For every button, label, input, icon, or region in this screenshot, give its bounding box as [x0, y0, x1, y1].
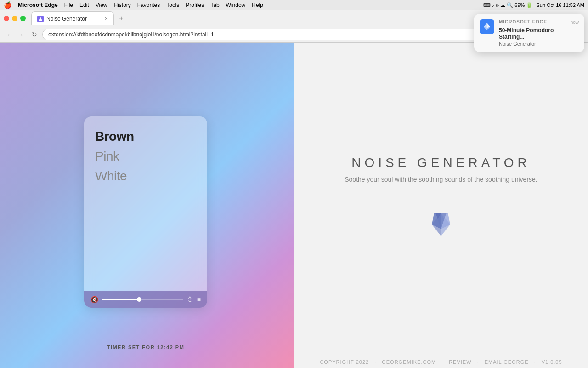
- menu-history[interactable]: History: [114, 2, 131, 8]
- footer: COPYRIGHT 2022 · GEORGEMIKE.COM · REVIEW…: [320, 359, 562, 365]
- footer-website[interactable]: GEORGEMIKE.COM: [382, 359, 436, 365]
- refresh-button[interactable]: ↻: [29, 29, 40, 40]
- footer-copyright: COPYRIGHT 2022: [320, 359, 369, 365]
- noise-card: Brown Pink White FOCUS 🔇 ⏱ ≡: [84, 116, 207, 308]
- diamond-logo: [423, 206, 459, 243]
- url-text: extension://kfdfbneofdcdnmapekblibnojgie…: [48, 31, 214, 38]
- svg-marker-0: [39, 17, 42, 21]
- svg-marker-10: [487, 23, 490, 28]
- app-title: NOISE GENERATOR: [351, 155, 531, 170]
- left-panel: Brown Pink White FOCUS 🔇 ⏱ ≡ TIMER: [0, 43, 294, 368]
- menu-tools[interactable]: Tools: [166, 2, 179, 8]
- notification-header: MICROSOFT EDGE now: [499, 19, 579, 25]
- menubar-left: 🍎 Microsoft Edge File Edit View History …: [4, 1, 263, 9]
- timer-text: TIMER SET FOR 12:42 PM: [107, 341, 185, 352]
- volume-slider[interactable]: [102, 299, 183, 300]
- notification-icon: [480, 19, 494, 34]
- notification-body: Noise Generator: [499, 41, 579, 46]
- menu-help[interactable]: Help: [252, 2, 263, 8]
- svg-marker-11: [484, 23, 487, 28]
- close-button[interactable]: [4, 16, 9, 21]
- footer-version: V1.0.05: [542, 359, 562, 365]
- notification-content: MICROSOFT EDGE now 50-Minute Pomodoro St…: [499, 19, 579, 46]
- menubar: 🍎 Microsoft Edge File Edit View History …: [0, 0, 588, 10]
- menubar-right: ⌨ ♪ ⎋ ☁ 🔍 69% 🔋 Sun Oct 16 11:52 AM: [483, 2, 584, 8]
- notification-time: now: [571, 20, 579, 25]
- notification-brand: MICROSOFT EDGE: [499, 19, 547, 24]
- tab-favicon: [37, 16, 44, 22]
- datetime: Sun Oct 16 11:52 AM: [536, 2, 584, 8]
- menu-favorites[interactable]: Favorites: [137, 2, 160, 8]
- forward-button[interactable]: ›: [17, 29, 27, 40]
- notification-title: 50-Minute Pomodoro Starting...: [499, 27, 579, 40]
- main-content: Brown Pink White FOCUS 🔇 ⏱ ≡ TIMER: [0, 43, 588, 368]
- timer-icon[interactable]: ⏱: [187, 296, 193, 303]
- footer-email[interactable]: EMAIL GEORGE: [485, 359, 529, 365]
- noise-options: Brown Pink White: [95, 127, 196, 185]
- notification-popup[interactable]: MICROSOFT EDGE now 50-Minute Pomodoro St…: [474, 14, 584, 52]
- volume-icon[interactable]: 🔇: [90, 296, 98, 303]
- apple-menu[interactable]: 🍎: [4, 1, 11, 9]
- slider-thumb[interactable]: [137, 297, 141, 302]
- window-controls: [4, 16, 26, 21]
- noise-option-white[interactable]: White: [95, 167, 196, 185]
- footer-review[interactable]: REVIEW: [449, 359, 471, 365]
- slider-fill: [102, 299, 139, 300]
- menu-view[interactable]: View: [96, 2, 107, 8]
- menu-window[interactable]: Window: [226, 2, 246, 8]
- noise-option-pink[interactable]: Pink: [95, 147, 196, 165]
- menu-profiles[interactable]: Profiles: [186, 2, 204, 8]
- noise-option-brown[interactable]: Brown: [95, 127, 196, 145]
- noise-card-inner: Brown Pink White FOCUS: [84, 116, 207, 291]
- menu-edit[interactable]: Edit: [79, 2, 89, 8]
- system-icons: ⌨ ♪ ⎋ ☁ 🔍 69% 🔋: [483, 2, 533, 8]
- new-tab-button[interactable]: +: [116, 13, 127, 24]
- app-subtitle: Soothe your soul with the soothing sound…: [345, 176, 537, 183]
- tab-title: Noise Generator: [46, 16, 102, 22]
- right-panel: NOISE GENERATOR Soothe your soul with th…: [294, 43, 588, 368]
- tab-close-button[interactable]: ✕: [104, 16, 108, 21]
- player-controls: 🔇 ⏱ ≡: [84, 291, 207, 308]
- active-tab[interactable]: Noise Generator ✕: [31, 12, 114, 25]
- menu-file[interactable]: File: [64, 2, 73, 8]
- hamburger-icon[interactable]: ≡: [197, 296, 201, 303]
- minimize-button[interactable]: [12, 16, 17, 21]
- back-button[interactable]: ‹: [4, 29, 14, 40]
- app-name[interactable]: Microsoft Edge: [18, 2, 58, 8]
- maximize-button[interactable]: [20, 16, 26, 21]
- menu-tab[interactable]: Tab: [210, 2, 219, 8]
